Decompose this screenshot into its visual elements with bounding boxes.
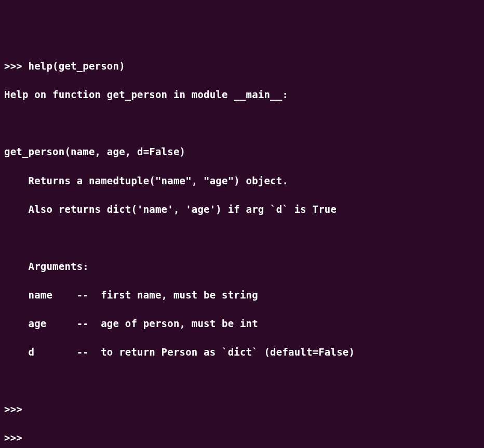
terminal-line: >>> (4, 402, 480, 417)
terminal-line: Help on function get_person in module __… (4, 88, 480, 102)
terminal-line: age -- age of person, must be int (4, 317, 480, 331)
terminal-line: Arguments: (4, 260, 480, 274)
terminal-line: Returns a namedtuple("name", "age") obje… (4, 174, 480, 188)
terminal-line: >>> help(get_person) (4, 59, 480, 74)
terminal-line: name -- first name, must be string (4, 288, 480, 303)
terminal-line: get_person(name, age, d=False) (4, 145, 480, 159)
terminal-line (4, 231, 480, 246)
terminal-line: d -- to return Person as `dict` (default… (4, 345, 480, 360)
terminal-line (4, 374, 480, 388)
terminal-line (4, 116, 480, 131)
terminal-line: >>> (4, 431, 480, 445)
terminal-line: Also returns dict('name', 'age') if arg … (4, 202, 480, 217)
